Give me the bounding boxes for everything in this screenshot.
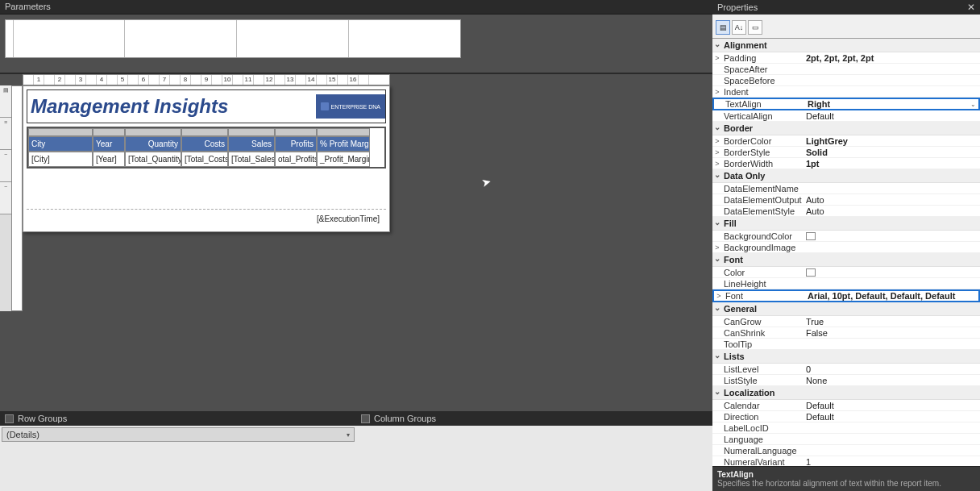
prop-row-listlevel[interactable]: ListLevel0 (712, 364, 980, 375)
color-swatch[interactable] (806, 232, 816, 240)
prop-row-numerallanguage[interactable]: NumeralLanguage (712, 445, 980, 456)
prop-row-dataelementstyle[interactable]: DataElementStyleAuto (712, 206, 980, 217)
prop-value[interactable]: False (804, 328, 980, 338)
report-footer-exec-time[interactable]: [&ExecutionTime] (27, 209, 386, 228)
prop-row-direction[interactable]: DirectionDefault (712, 411, 980, 422)
prop-row-color[interactable]: Color (712, 267, 980, 278)
table-header-row[interactable]: City Year Quantity Costs Sales Profits %… (28, 136, 384, 152)
property-pages-button[interactable]: ▭ (748, 20, 762, 35)
prop-value[interactable]: Auto (804, 206, 980, 216)
cell-profits[interactable]: otal_Profits] (275, 152, 317, 167)
prop-row-verticalalign[interactable]: VerticalAlignDefault (712, 110, 980, 122)
color-swatch[interactable] (806, 268, 816, 277)
col-header-city[interactable]: City (28, 136, 93, 152)
col-header-costs[interactable]: Costs (181, 136, 228, 152)
col-header-profits[interactable]: Profits (275, 136, 317, 152)
prop-value[interactable]: 1 (804, 457, 980, 467)
parameters-body[interactable] (0, 15, 712, 73)
report-title[interactable]: Management Insights (27, 90, 316, 123)
col-header-year[interactable]: Year (93, 136, 125, 152)
cell-quantity[interactable]: [Total_Quantity] (125, 152, 181, 167)
prop-value[interactable]: True (804, 317, 980, 327)
chevron-down-icon[interactable]: ⌄ (967, 101, 978, 108)
design-canvas[interactable]: 12345678910111213141516 ▤ ≡ − − Manageme… (0, 74, 712, 411)
expand-icon[interactable]: > (712, 137, 722, 145)
prop-row-tooltip[interactable]: ToolTip (712, 339, 980, 350)
expand-icon[interactable]: > (712, 54, 722, 62)
prop-row-padding[interactable]: >Padding2pt, 2pt, 2pt, 2pt (712, 52, 980, 64)
parameters-grid[interactable] (5, 19, 461, 58)
row-gutter: ▤ ≡ − − (0, 85, 11, 311)
prop-value[interactable]: Solid (804, 148, 980, 157)
prop-value[interactable]: Arial, 10pt, Default, Default, Default (806, 291, 978, 301)
prop-row-textalign[interactable]: TextAlignRight⌄ (712, 98, 980, 110)
cell-city[interactable]: [City] (28, 152, 93, 167)
alphabetical-button[interactable]: A↓ (732, 20, 746, 35)
prop-row-numeralvariant[interactable]: NumeralVariant1 (712, 456, 980, 466)
prop-row-cangrow[interactable]: CanGrowTrue (712, 316, 980, 327)
prop-category-data-only[interactable]: Data Only (712, 169, 980, 183)
prop-row-backgroundimage[interactable]: >BackgroundImage (712, 242, 980, 253)
prop-row-borderstyle[interactable]: >BorderStyleSolid (712, 147, 980, 158)
cell-margin[interactable]: _Profit_Margin] (317, 152, 370, 167)
col-header-sales[interactable]: Sales (228, 136, 275, 152)
prop-row-dataelementoutput[interactable]: DataElementOutputAuto (712, 194, 980, 206)
cell-costs[interactable]: [Total_Costs] (181, 152, 228, 167)
row-group-item-details[interactable]: (Details) ▾ (2, 427, 355, 442)
column-groups-pane[interactable]: Column Groups (356, 411, 712, 491)
close-icon[interactable]: ✕ (967, 2, 975, 13)
prop-row-calendar[interactable]: CalendarDefault (712, 400, 980, 411)
prop-value[interactable]: 0 (804, 364, 980, 374)
prop-row-borderwidth[interactable]: >BorderWidth1pt (712, 158, 980, 169)
prop-value[interactable]: 1pt (804, 159, 980, 169)
expand-icon[interactable]: > (714, 292, 724, 300)
prop-row-dataelementname[interactable]: DataElementName (712, 183, 980, 194)
prop-name: LabelLocID (722, 423, 804, 433)
prop-row-backgroundcolor[interactable]: BackgroundColor (712, 231, 980, 242)
prop-category-fill[interactable]: Fill (712, 217, 980, 231)
col-header-margin[interactable]: % Profit Margin (317, 136, 370, 152)
prop-name: BackgroundImage (722, 243, 804, 252)
col-header-quantity[interactable]: Quantity (125, 136, 181, 152)
report-table[interactable]: City Year Quantity Costs Sales Profits %… (27, 127, 386, 169)
prop-row-labellocid[interactable]: LabelLocID (712, 422, 980, 434)
prop-row-indent[interactable]: >Indent (712, 86, 980, 98)
expand-icon[interactable]: > (712, 148, 722, 156)
prop-value[interactable]: Default (804, 401, 980, 410)
prop-category-lists[interactable]: Lists (712, 350, 980, 364)
cell-sales[interactable]: [Total_Sales] (228, 152, 275, 167)
prop-value[interactable]: Default (804, 412, 980, 422)
categorized-button[interactable]: ▤ (716, 20, 730, 35)
prop-value[interactable] (804, 232, 980, 240)
expand-icon[interactable]: > (712, 243, 722, 252)
report-design-surface[interactable]: Management Insights ENTERPRISE DNA City … (23, 85, 390, 232)
prop-category-general[interactable]: General (712, 302, 980, 316)
prop-category-localization[interactable]: Localization (712, 386, 980, 400)
prop-row-canshrink[interactable]: CanShrinkFalse (712, 327, 980, 339)
logo-enterprise-dna[interactable]: ENTERPRISE DNA (316, 94, 385, 119)
expand-icon[interactable]: > (712, 88, 722, 96)
prop-row-language[interactable]: Language (712, 434, 980, 445)
prop-row-lineheight[interactable]: LineHeight (712, 278, 980, 289)
properties-grid[interactable]: Alignment>Padding2pt, 2pt, 2pt, 2ptSpace… (712, 39, 980, 466)
prop-value[interactable]: Default (804, 111, 980, 121)
prop-row-font[interactable]: >FontArial, 10pt, Default, Default, Defa… (712, 289, 980, 302)
prop-row-bordercolor[interactable]: >BorderColorLightGrey (712, 135, 980, 147)
cell-year[interactable]: [Year] (93, 152, 125, 167)
prop-value[interactable]: Right (806, 99, 967, 109)
prop-row-spacebefore[interactable]: SpaceBefore (712, 75, 980, 86)
prop-value[interactable]: LightGrey (804, 136, 980, 146)
prop-row-spaceafter[interactable]: SpaceAfter (712, 64, 980, 75)
prop-value[interactable]: Auto (804, 195, 980, 205)
prop-value[interactable]: None (804, 376, 980, 385)
prop-value[interactable]: 2pt, 2pt, 2pt, 2pt (804, 53, 980, 63)
prop-category-font[interactable]: Font (712, 253, 980, 267)
expand-icon[interactable]: > (712, 160, 722, 168)
chevron-down-icon[interactable]: ▾ (347, 431, 350, 439)
prop-category-alignment[interactable]: Alignment (712, 39, 980, 52)
prop-category-border[interactable]: Border (712, 122, 980, 135)
row-groups-pane[interactable]: Row Groups (Details) ▾ (0, 411, 356, 491)
table-data-row[interactable]: [City] [Year] [Total_Quantity] [Total_Co… (28, 152, 384, 167)
prop-row-liststyle[interactable]: ListStyleNone (712, 375, 980, 386)
prop-value[interactable] (804, 268, 980, 277)
